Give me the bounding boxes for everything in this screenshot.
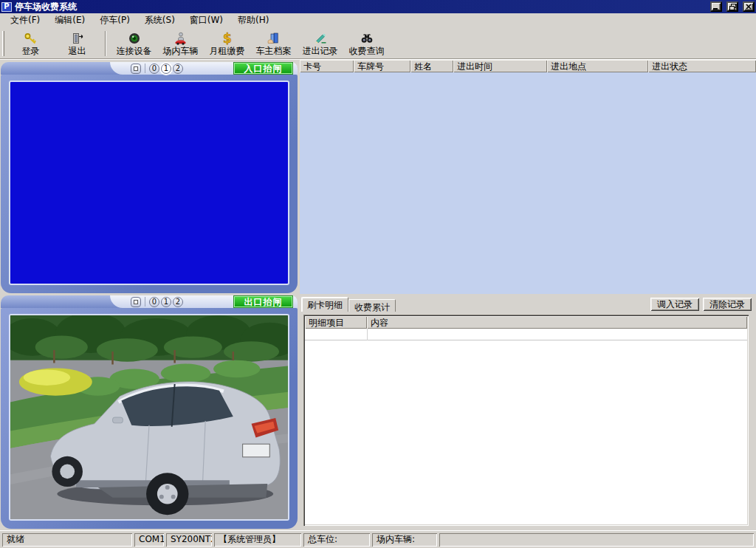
exit-camera-0-button[interactable]: 0 [149,297,159,307]
clear-records-button[interactable]: 清除记录 [703,298,752,311]
archive-books-icon [267,31,281,45]
entrance-camera-1-button[interactable]: 1 [161,64,171,74]
exit-panel-frame [1,308,298,529]
detail-table-header: 明细项目 内容 [305,316,747,329]
status-ready: 就绪 [2,533,132,547]
exit-camera-2-button[interactable]: 2 [173,297,183,307]
entrance-camera-0-button[interactable]: 0 [149,64,159,74]
toolbar-separator [105,31,106,56]
entrance-panel-frame [1,75,298,293]
status-com-port: COM1 [134,533,164,547]
status-bar: 就绪 COM1 SY200NT2 【系统管理员】 总车位: 场内车辆: [0,530,756,548]
toolbar-owner-files-label: 车主档案 [256,46,292,56]
binoculars-icon [360,31,374,45]
svg-text:$: $ [223,32,232,45]
entrance-camera-stop-button[interactable] [131,64,141,74]
exit-video-panel: 0 1 2 出口抬闸 [1,295,298,529]
exit-door-icon [71,31,84,45]
status-vehicles-in-lot: 场内车辆: [372,533,437,547]
records-header-time[interactable]: 进出时间 [453,60,547,72]
entrance-panel-header: 0 1 2 入口抬闸 [1,62,298,75]
status-total-spaces: 总车位: [303,533,370,547]
window-titlebar: P 停车场收费系统 [0,0,756,13]
toolbar-logout-button[interactable]: 退出 [54,30,100,58]
entrance-gate-open-button[interactable]: 入口抬闸 [234,63,292,74]
toolbar-owner-files-button[interactable]: 车主档案 [250,30,297,58]
person-car-icon [173,31,188,45]
detail-panel: 刷卡明细 收费累计 调入记录 清除记录 明细项目 内容 [300,296,756,529]
exit-camera-1-button[interactable]: 1 [161,297,171,307]
toolbar: 登录 退出 连接设备 场内车辆 $ 月租缴费 [0,28,756,59]
records-table-header: 卡号 车牌号 姓名 进出时间 进出地点 进出状态 [300,60,756,72]
exit-camera-stop-button[interactable] [131,297,141,307]
toolbar-monthly-payment-button[interactable]: $ 月租缴费 [204,30,250,58]
close-icon [746,4,752,10]
camera-controls-divider [145,64,145,73]
status-device-model: SY200NT2 [166,533,212,547]
camera-controls-divider [145,297,145,306]
vehicle-photo [10,315,288,519]
toolbar-login-button[interactable]: 登录 [7,30,54,58]
toolbar-vehicles-in-lot-button[interactable]: 场内车辆 [157,30,204,58]
brush-record-icon [314,31,327,45]
entrance-video-panel: 0 1 2 入口抬闸 [1,62,298,293]
detail-table: 明细项目 内容 [303,315,749,526]
dollar-icon: $ [221,31,234,45]
toolbar-fee-query-button[interactable]: 收费查询 [343,30,390,58]
tab-card-swipe-details[interactable]: 刷卡明细 [301,297,348,312]
detail-tab-row: 刷卡明细 收费累计 调入记录 清除记录 [300,296,756,312]
tab-fee-summary[interactable]: 收费累计 [348,299,396,312]
stop-square-icon [134,66,138,71]
menubar: 文件(F) 编辑(E) 停车(P) 系统(S) 窗口(W) 帮助(H) [0,13,756,28]
minimize-icon [713,4,719,10]
detail-table-body [305,329,747,524]
menu-item-parking[interactable]: 停车(P) [92,13,137,29]
toolbar-grip [2,31,4,56]
main-area: 0 1 2 入口抬闸 0 1 [0,59,756,530]
exit-panel-header: 0 1 2 出口抬闸 [1,295,298,308]
restore-button[interactable] [726,1,738,12]
entrance-camera-2-button[interactable]: 2 [173,64,183,74]
menu-item-file[interactable]: 文件(F) [3,13,47,29]
restore-icon [729,4,736,10]
load-records-button[interactable]: 调入记录 [650,298,699,311]
toolbar-entry-exit-records-label: 进出记录 [303,46,338,56]
records-header-card-no[interactable]: 卡号 [300,60,354,72]
toolbar-logout-label: 退出 [69,46,86,56]
menu-item-system[interactable]: 系统(S) [137,13,182,29]
menu-item-edit[interactable]: 编辑(E) [47,13,92,29]
exit-video-screen [9,314,289,521]
records-table: 卡号 车牌号 姓名 进出时间 进出地点 进出状态 [300,60,756,294]
toolbar-vehicles-in-lot-label: 场内车辆 [163,46,199,56]
toolbar-connect-device-label: 连接设备 [117,46,152,56]
records-header-status[interactable]: 进出状态 [648,60,756,72]
minimize-button[interactable] [710,1,722,12]
detail-header-content[interactable]: 内容 [367,316,747,329]
key-icon [24,31,38,45]
close-button[interactable] [743,1,755,12]
toolbar-login-label: 登录 [22,46,40,56]
menu-item-help[interactable]: 帮助(H) [230,13,276,29]
menu-item-window[interactable]: 窗口(W) [182,13,230,29]
window-title: 停车场收费系统 [15,1,706,13]
exit-gate-open-button[interactable]: 出口抬闸 [234,296,292,307]
record-buttons: 调入记录 清除记录 [650,298,752,311]
records-table-body [300,72,756,294]
records-header-location[interactable]: 进出地点 [547,60,648,72]
app-window: P 停车场收费系统 文件(F) 编辑(E) 停车(P) 系统(S) 窗口(W) … [0,0,756,548]
status-operator: 【系统管理员】 [214,533,301,547]
toolbar-connect-device-button[interactable]: 连接设备 [111,30,157,58]
detail-empty-row [305,329,747,340]
app-icon: P [1,2,12,12]
detail-header-item[interactable]: 明细项目 [305,316,367,329]
entrance-video-screen [9,81,289,285]
records-header-name[interactable]: 姓名 [410,60,453,72]
records-header-plate-no[interactable]: 车牌号 [354,60,410,72]
detail-column-divider [367,329,368,340]
toolbar-fee-query-label: 收费查询 [349,46,385,56]
status-spacer [439,533,754,547]
toolbar-monthly-payment-label: 月租缴费 [210,46,245,56]
toolbar-entry-exit-records-button[interactable]: 进出记录 [297,30,343,58]
camera-lens-icon [128,31,141,45]
stop-square-icon [134,300,138,304]
